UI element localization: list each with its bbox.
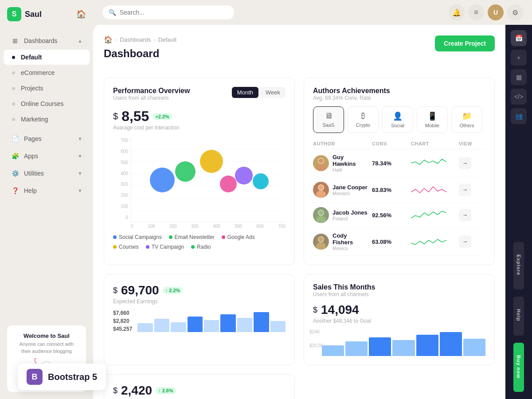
sidebar-item-dashboards[interactable]: ⊞ Dashboards ▲ [4,32,90,49]
sidebar-item-default[interactable]: Default [4,50,90,65]
avatar [313,155,329,171]
tab-social[interactable]: 👤 Social [382,106,413,133]
sales-value: $ 14,094 [313,303,485,317]
nav-dot [12,102,15,106]
grid-line [131,138,286,138]
breadcrumb-dashboards[interactable]: Dashboards [120,36,151,43]
sidebar-item-pages[interactable]: 📄 Pages ▼ [4,130,90,147]
crypto-icon: ₿ [361,111,365,121]
legend-label: Radio [197,244,211,250]
bar [392,340,415,356]
tab-others[interactable]: 📁 Others [451,106,482,133]
settings-button[interactable]: ⚙ [507,4,523,20]
menu-button[interactable]: ≡ [468,4,484,20]
bubble-chart [131,138,286,222]
tab-crypto[interactable]: ₿ Crypto [348,106,379,133]
author-name: Guy Hawkins [332,154,368,167]
help-label: Help [516,305,521,325]
y-label: 400 [121,171,128,176]
table-row: Guy Hawkins Haiti 78.34% → [313,149,485,177]
conv-value: 63.83% [372,187,407,193]
bubble-email [175,161,196,182]
search-box[interactable]: 🔍 [102,5,235,20]
explore-panel[interactable]: Explore [513,242,524,289]
legend-dot [169,235,172,239]
list-item: $45,257 [113,326,132,332]
bar [416,335,438,356]
x-axis: 0 100 200 300 400 500 600 700 [131,222,286,229]
tab-saas[interactable]: 🖥 SaaS [313,106,344,133]
chevron-icon: ▼ [78,153,82,159]
avatar[interactable]: U [488,4,504,20]
sales-number: 14,094 [321,303,359,317]
bar [220,314,235,332]
sidebar-item-label: eCommerce [21,69,55,76]
chevron-icon: ▼ [78,136,82,141]
grid-line [131,198,286,199]
sidebar-nav: ⊞ Dashboards ▲ Default eCommerce Project… [0,28,93,318]
author-info: Guy Hawkins Haiti [313,154,368,172]
metric-label: Avarage cost per interaction [113,125,286,131]
apps-icon: 🧩 [11,152,20,160]
tab-month[interactable]: Month [232,87,258,98]
author-name: Jacob Jones [332,209,368,216]
legend-dot [113,245,117,249]
bubble-tv [235,167,253,184]
legend-dot [113,235,117,239]
sidebar-item-help[interactable]: ❓ Help ▼ [4,182,90,199]
welcome-desc: Anyone can connect with their audience b… [14,341,79,355]
sidebar-item-ecommerce[interactable]: eCommerce [4,65,90,80]
sidebar-item-utilities[interactable]: ⚙️ Utilities ▼ [4,165,90,182]
y-axis: 700 600 500 400 300 200 100 0 [113,138,130,220]
view-button[interactable]: → [459,235,471,248]
dash-button[interactable]: ▦ [511,69,527,85]
calendar-button[interactable]: 📅 [511,30,527,46]
y-label: 100 [121,204,128,209]
view-button[interactable]: → [459,184,471,196]
bar [440,332,462,356]
bar [154,319,169,332]
breadcrumb: 🏠 › Dashboards › Default [104,35,176,44]
search-input[interactable] [120,9,228,16]
author-details: Jacob Jones Poland [332,209,368,221]
x-label: 500 [235,224,242,229]
view-button[interactable]: → [459,209,471,221]
users-button[interactable]: 👥 [511,108,527,124]
help-panel[interactable]: Help [513,297,524,336]
home-icon[interactable]: 🏠 [104,35,113,44]
sidebar-item-marketing[interactable]: Marketing [4,112,90,127]
legend-item: Social Campaigns [113,234,162,240]
content-main: 🏠 › Dashboards › Default Dashboard Creat… [93,25,505,399]
col-author: AUTHOR [313,141,368,146]
bar [463,339,485,356]
create-project-button[interactable]: Create Project [435,35,495,51]
code-button[interactable]: </> [511,89,527,105]
authors-title: Authors Achievements [313,87,485,95]
daily-sales-card: $ 2,420 ↑ 2.6% Average Daily Sales [104,374,295,399]
add-button[interactable]: + [511,50,527,66]
tab-label: SaaS [323,122,335,128]
notifications-button[interactable]: 🔔 [449,4,465,20]
tab-week[interactable]: Week [260,87,286,98]
legend-label: Courses [119,244,139,250]
buy-panel[interactable]: Buy now [513,343,524,392]
x-label: 600 [256,224,264,229]
bar-label: $24K [309,329,320,334]
x-label: 700 [278,224,286,229]
bar [322,345,344,356]
back-icon[interactable]: 🏠 [76,9,86,19]
sidebar-item-label: Pages [24,135,42,142]
tab-mobile[interactable]: 📱 Mobile [417,106,448,133]
perf-title-group: Performance Overview Users from all chan… [113,87,190,106]
sidebar-item-online-courses[interactable]: Online Courses [4,96,90,111]
author-details: Guy Hawkins Haiti [332,154,368,172]
metric-value: $ 8,55 +2.2% [113,108,286,125]
avatar [313,207,329,223]
view-button[interactable]: → [459,157,471,169]
bar [171,322,186,332]
chevron-icon: ▼ [78,188,82,193]
conv-value: 92.56% [372,212,407,219]
svg-point-19 [316,243,326,250]
sidebar-item-projects[interactable]: Projects [4,81,90,96]
sidebar-item-apps[interactable]: 🧩 Apps ▼ [4,148,90,164]
